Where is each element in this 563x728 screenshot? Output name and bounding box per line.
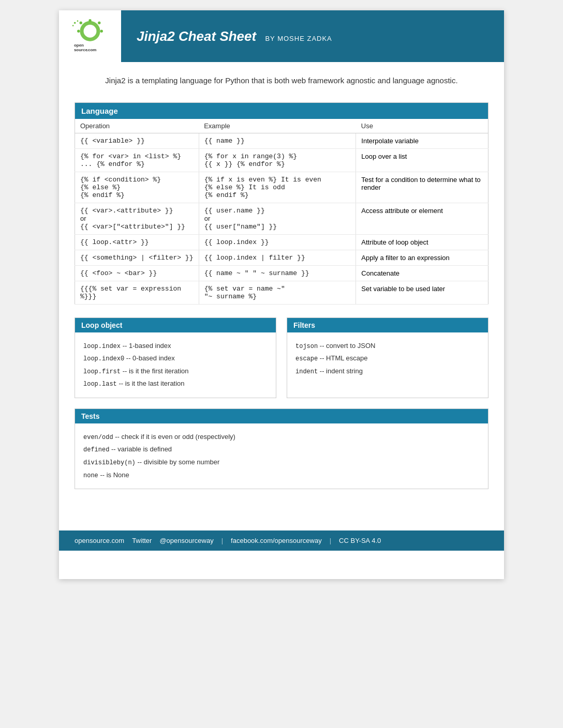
row-example: {% for x in range(3) %}{{ x }} {% endfor… bbox=[199, 148, 356, 172]
list-item: defined -- variable is defined bbox=[83, 443, 480, 456]
table-row: {{ <something> | <filter> }} {{ loop.ind… bbox=[75, 250, 488, 265]
row-use: Test for a condition to determine what t… bbox=[356, 172, 488, 203]
list-item: escape -- HTML escape bbox=[295, 352, 480, 365]
col-example: Example bbox=[199, 119, 356, 133]
row-operation: {% if <condition> %}{% else %}{% endif %… bbox=[75, 172, 199, 203]
svg-point-4 bbox=[98, 22, 100, 24]
row-use: Access attribute or element bbox=[356, 203, 488, 234]
row-example: {{ loop.index }} bbox=[199, 234, 356, 250]
loop-object-box: Loop object loop.index -- 1-based index … bbox=[75, 317, 276, 398]
row-example: {{ name }} bbox=[199, 133, 356, 148]
footer-site: opensource.com bbox=[75, 537, 124, 544]
svg-point-10 bbox=[74, 22, 76, 24]
tests-content: even/odd -- check if it is even or odd (… bbox=[75, 423, 488, 489]
filters-box: Filters tojson -- convert to JSON escape… bbox=[287, 317, 488, 398]
row-operation: {{ <foo> ~ <bar> }} bbox=[75, 265, 199, 281]
footer-divider2: | bbox=[330, 537, 331, 544]
footer-twitter-handle: @opensourceway bbox=[159, 537, 213, 544]
row-operation: {{ <something> | <filter> }} bbox=[75, 250, 199, 265]
table-row: {{ <foo> ~ <bar> }} {{ name ~ " " ~ surn… bbox=[75, 265, 488, 281]
row-example: {{ name ~ " " ~ surname }} bbox=[199, 265, 356, 281]
loop-object-header: Loop object bbox=[75, 318, 276, 332]
row-example: {% if x is even %} It is even{% else %} … bbox=[199, 172, 356, 203]
table-row: {{ loop.<attr> }} {{ loop.index }} Attri… bbox=[75, 234, 488, 250]
svg-text:open: open bbox=[74, 43, 84, 48]
row-use: Concatenate bbox=[356, 265, 488, 281]
filters-content: tojson -- convert to JSON escape -- HTML… bbox=[287, 332, 488, 385]
svg-point-2 bbox=[80, 22, 82, 24]
row-use: Attribute of loop object bbox=[356, 234, 488, 250]
svg-point-1 bbox=[84, 25, 97, 38]
list-item: divisibleby(n) -- divisible by some numb… bbox=[83, 456, 480, 469]
description-text: Jinja2 is a templating language for Pyth… bbox=[59, 62, 504, 97]
row-operation: {{ loop.<attr> }} bbox=[75, 234, 199, 250]
footer-divider: | bbox=[221, 537, 223, 544]
filters-header: Filters bbox=[287, 318, 488, 332]
row-operation: {{ <var>.<attribute> }}or{{ <var>["<attr… bbox=[75, 203, 199, 234]
list-item: loop.last -- is it the last iteration bbox=[83, 377, 268, 390]
svg-point-12 bbox=[72, 25, 74, 26]
row-operation: {{{% set var = expression %}}} bbox=[75, 281, 199, 304]
page-title: Jinja2 Cheat Sheet BY MOSHE ZADKA bbox=[137, 28, 332, 44]
table-row: {{ <variable> }} {{ name }} Interpolate … bbox=[75, 133, 488, 148]
footer-license: CC BY-SA 4.0 bbox=[339, 537, 381, 544]
footer: opensource.com Twitter @opensourceway | … bbox=[59, 530, 504, 551]
svg-text:.com: .com bbox=[87, 48, 97, 52]
tests-header: Tests bbox=[75, 409, 488, 423]
col-use: Use bbox=[356, 119, 488, 133]
row-example: {{ loop.index | filter }} bbox=[199, 250, 356, 265]
two-col-section: Loop object loop.index -- 1-based index … bbox=[75, 317, 488, 398]
footer-facebook: facebook.com/opensourceway bbox=[231, 537, 322, 544]
language-table: Language Operation Example Use {{ <varia… bbox=[75, 102, 488, 305]
svg-point-3 bbox=[88, 19, 91, 22]
list-item: tojson -- convert to JSON bbox=[295, 340, 480, 353]
tests-box: Tests even/odd -- check if it is even or… bbox=[75, 408, 488, 489]
table-row: {{ <var>.<attribute> }}or{{ <var>["<attr… bbox=[75, 203, 488, 234]
title-bar: Jinja2 Cheat Sheet BY MOSHE ZADKA bbox=[121, 10, 504, 62]
row-example: {% set var = name ~""~ surname %} bbox=[199, 281, 356, 304]
header: open source .com Jinja2 Cheat Sheet BY M… bbox=[59, 10, 504, 62]
list-item: indent -- indent string bbox=[295, 365, 480, 378]
row-use: Apply a filter to an expression bbox=[356, 250, 488, 265]
svg-point-11 bbox=[77, 20, 79, 22]
language-section-header: Language bbox=[75, 102, 488, 119]
list-item: even/odd -- check if it is even or odd (… bbox=[83, 431, 480, 444]
list-item: none -- is None bbox=[83, 469, 480, 482]
logo-icon: open source .com bbox=[69, 18, 111, 54]
row-use: Set variable to be used later bbox=[356, 281, 488, 304]
table-row: {% for <var> in <list> %}... {% endfor %… bbox=[75, 148, 488, 172]
row-example: {{ user.name }}or{{ user["name"] }} bbox=[199, 203, 356, 234]
page: open source .com Jinja2 Cheat Sheet BY M… bbox=[59, 10, 504, 579]
table-row: {{{% set var = expression %}}} {% set va… bbox=[75, 281, 488, 304]
list-item: loop.index0 -- 0-based index bbox=[83, 352, 268, 365]
table-row: {% if <condition> %}{% else %}{% endif %… bbox=[75, 172, 488, 203]
row-use: Loop over a list bbox=[356, 148, 488, 172]
list-item: loop.index -- 1-based index bbox=[83, 340, 268, 353]
loop-object-content: loop.index -- 1-based index loop.index0 … bbox=[75, 332, 276, 398]
svg-text:source: source bbox=[74, 48, 88, 52]
row-use: Interpolate variable bbox=[356, 133, 488, 148]
logo-area: open source .com bbox=[59, 10, 121, 62]
main-content: Language Operation Example Use {{ <varia… bbox=[59, 97, 504, 510]
row-operation: {% for <var> in <list> %}... {% endfor %… bbox=[75, 148, 199, 172]
svg-point-6 bbox=[100, 30, 103, 33]
footer-twitter-label: Twitter bbox=[132, 537, 152, 544]
tests-section: Tests even/odd -- check if it is even or… bbox=[75, 408, 488, 489]
list-item: loop.first -- is it the first iteration bbox=[83, 365, 268, 378]
col-operation: Operation bbox=[75, 119, 199, 133]
row-operation: {{ <variable> }} bbox=[75, 133, 199, 148]
svg-point-5 bbox=[77, 30, 80, 33]
